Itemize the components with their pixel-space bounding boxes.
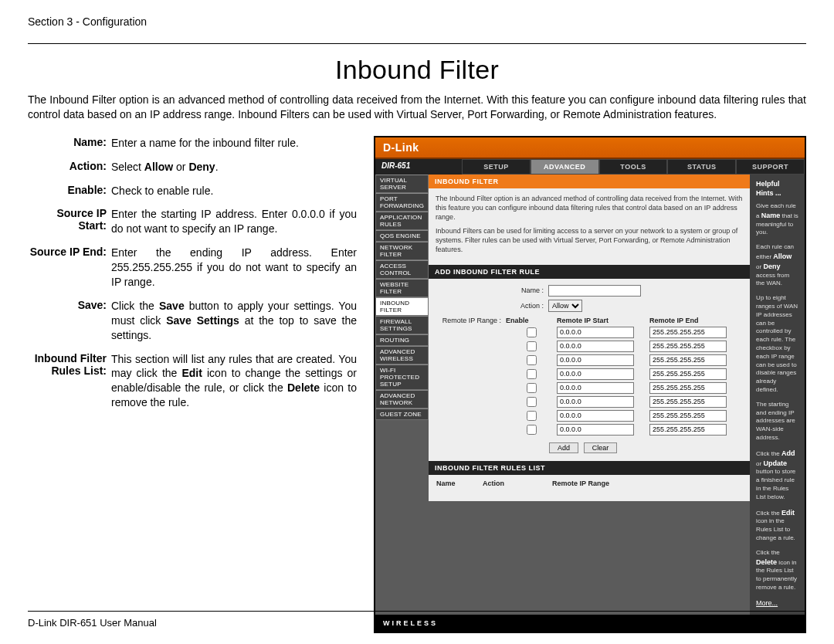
- hints-title: Helpful Hints ...: [756, 179, 798, 198]
- sidebar-item-network-filter[interactable]: NETWORK FILTER: [375, 242, 429, 260]
- sidebar-item-port-forwarding[interactable]: PORT FORWARDING: [375, 193, 429, 212]
- definition-value: Check to enable rule.: [111, 184, 357, 198]
- tab-setup[interactable]: SETUP: [462, 159, 531, 175]
- rules-col-range: Remote IP Range: [552, 480, 742, 487]
- sidebar-item-advanced-wireless[interactable]: ADVANCED WIRELESS: [375, 346, 429, 364]
- ip-range-row: [506, 382, 742, 394]
- range-label: Remote IP Range :: [436, 315, 506, 324]
- definition-value: Click the Save button to apply your sett…: [111, 299, 357, 343]
- bottom-rule: [28, 611, 806, 612]
- enable-checkbox[interactable]: [527, 355, 537, 365]
- action-select[interactable]: Allow: [548, 300, 582, 312]
- remote-ip-end-input[interactable]: [649, 424, 727, 436]
- definition-row: Name:Enter a name for the inbound filter…: [28, 136, 357, 151]
- name-label: Name :: [436, 286, 548, 294]
- main-tabs: SETUPADVANCEDTOOLSSTATUSSUPPORT: [462, 159, 805, 175]
- sidebar-item-guest-zone[interactable]: GUEST ZONE: [375, 408, 429, 420]
- ip-range-row: [506, 368, 742, 380]
- sidebar-item-virtual-server[interactable]: VIRTUAL SERVER: [375, 175, 429, 193]
- hint-item: The starting and ending IP addresses are…: [756, 401, 798, 442]
- tab-tools[interactable]: TOOLS: [599, 159, 668, 175]
- sidebar-item-website-filter[interactable]: WEBSITE FILTER: [375, 279, 429, 297]
- definition-key: Action:: [28, 160, 111, 175]
- col-start: Remote IP Start: [557, 317, 649, 324]
- remote-ip-end-input[interactable]: [649, 368, 727, 380]
- definition-row: Source IP End:Enter the ending IP addres…: [28, 246, 357, 290]
- remote-ip-end-input[interactable]: [649, 382, 727, 394]
- hint-item: Up to eight ranges of WAN IP addresses c…: [756, 294, 798, 395]
- sidebar-item-application-rules[interactable]: APPLICATION RULES: [375, 212, 429, 230]
- col-enable: Enable: [506, 317, 557, 324]
- footer-left: D-Link DIR-651 User Manual: [28, 617, 157, 629]
- add-rule-form: Name : Action : Allow Remote IP Range :: [429, 279, 750, 461]
- enable-checkbox[interactable]: [527, 425, 537, 435]
- sidebar-item-inbound-filter[interactable]: INBOUND FILTER: [375, 297, 429, 316]
- remote-ip-start-input[interactable]: [557, 410, 634, 422]
- action-label: Action :: [436, 302, 548, 310]
- ip-range-row: [506, 410, 742, 422]
- ip-range-row: [506, 327, 742, 338]
- definition-key: Name:: [28, 136, 111, 151]
- tab-support[interactable]: SUPPORT: [736, 159, 805, 175]
- panel-p1: The Inbound Filter option is an advanced…: [436, 194, 743, 222]
- remote-ip-start-input[interactable]: [557, 424, 634, 436]
- router-ui-screenshot: D-Link DIR-651 SETUPADVANCEDTOOLSSTATUSS…: [374, 136, 806, 633]
- enable-checkbox[interactable]: [527, 383, 537, 393]
- enable-checkbox[interactable]: [527, 411, 537, 421]
- remote-ip-end-input[interactable]: [649, 327, 727, 338]
- ip-range-row: [506, 341, 742, 352]
- enable-checkbox[interactable]: [527, 327, 537, 337]
- definition-value: Enter the starting IP address. Enter 0.0…: [111, 207, 357, 236]
- helpful-hints: Helpful Hints ... Give each rule a Name …: [750, 175, 805, 615]
- remote-ip-start-input[interactable]: [557, 354, 634, 366]
- sidebar-item-routing[interactable]: ROUTING: [375, 334, 429, 346]
- hint-item: Give each rule a Name that is meaningful…: [756, 202, 798, 237]
- clear-button[interactable]: Clear: [584, 442, 618, 453]
- add-button[interactable]: Add: [549, 442, 578, 453]
- brand-logo: D-Link: [383, 141, 419, 154]
- rules-col-name: Name: [436, 480, 483, 487]
- remote-ip-start-input[interactable]: [557, 396, 634, 408]
- ip-range-row: [506, 396, 742, 408]
- footer-page-number: 36: [795, 617, 806, 629]
- sidebar-item-access-control[interactable]: ACCESS CONTROL: [375, 260, 429, 279]
- tab-advanced[interactable]: ADVANCED: [531, 159, 599, 175]
- rules-list-title: INBOUND FILTER RULES LIST: [429, 461, 750, 475]
- definition-key: Source IP End:: [28, 246, 111, 290]
- remote-ip-end-input[interactable]: [649, 354, 727, 366]
- definitions-list: Name:Enter a name for the inbound filter…: [28, 136, 357, 410]
- definition-key: Enable:: [28, 184, 111, 198]
- sidebar-item-wi-fi-protected-setup[interactable]: WI-FI PROTECTED SETUP: [375, 364, 429, 390]
- hint-item: Click the Delete icon in the Rules List …: [756, 549, 798, 592]
- tab-status[interactable]: STATUS: [667, 159, 736, 175]
- hint-item: Each rule can either Allow or Deny acces…: [756, 243, 798, 288]
- intro-paragraph: The Inbound Filter option is an advanced…: [28, 93, 806, 122]
- enable-checkbox[interactable]: [527, 341, 537, 351]
- panel-description: The Inbound Filter option is an advanced…: [429, 188, 750, 265]
- add-rule-title: ADD INBOUND FILTER RULE: [429, 265, 750, 279]
- name-input[interactable]: [548, 285, 641, 297]
- rules-list: Name Action Remote IP Range: [429, 475, 750, 501]
- definition-value: Enter the ending IP address. Enter 255.2…: [111, 246, 357, 290]
- enable-checkbox[interactable]: [527, 369, 537, 379]
- remote-ip-start-input[interactable]: [557, 341, 634, 352]
- sidebar-item-advanced-network[interactable]: ADVANCED NETWORK: [375, 390, 429, 408]
- definition-key: Source IP Start:: [28, 207, 111, 236]
- definition-value: Select Allow or Deny.: [111, 160, 357, 175]
- enable-checkbox[interactable]: [527, 397, 537, 407]
- sidebar-item-qos-engine[interactable]: QOS ENGINE: [375, 230, 429, 242]
- remote-ip-end-input[interactable]: [649, 410, 727, 422]
- ip-range-rows: [506, 327, 742, 436]
- sidebar-item-firewall-settings[interactable]: FIREWALL SETTINGS: [375, 316, 429, 334]
- hint-item: Click the Add or Update button to store …: [756, 449, 798, 502]
- definition-value: This section will list any rules that ar…: [111, 352, 357, 411]
- remote-ip-end-input[interactable]: [649, 341, 727, 352]
- brand-bar: D-Link: [375, 137, 805, 159]
- remote-ip-end-input[interactable]: [649, 396, 727, 408]
- remote-ip-start-input[interactable]: [557, 382, 634, 394]
- hints-more-link[interactable]: More...: [756, 599, 778, 607]
- remote-ip-start-input[interactable]: [557, 368, 634, 380]
- definition-row: Save:Click the Save button to apply your…: [28, 299, 357, 343]
- remote-ip-start-input[interactable]: [557, 327, 634, 338]
- ip-range-row: [506, 424, 742, 436]
